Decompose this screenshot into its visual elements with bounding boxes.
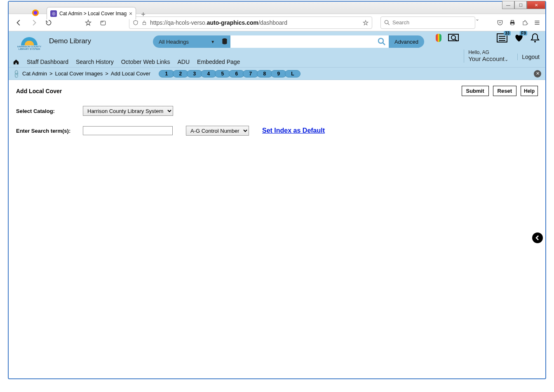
close-panel-icon[interactable]: ✕ <box>534 70 541 77</box>
catalog-search-button[interactable] <box>375 35 389 48</box>
page-pills: 1 2 3 4 5 6 7 8 9 L <box>160 70 300 77</box>
crumb-cat-admin[interactable]: Cat Admin <box>22 70 47 77</box>
account-block[interactable]: Hello, AG Your Account⌄ <box>464 49 508 63</box>
library-logo[interactable]: HARRISON COUNTY LIBRARY SYSTEM <box>13 34 46 54</box>
shield-icon <box>133 20 138 26</box>
tab-favicon: ◎ <box>50 10 57 17</box>
browser-window: ◎ Cat Admin > Local Cover Imag × + ⌄ — ☐… <box>8 1 546 379</box>
lock-icon <box>142 20 147 26</box>
scan-icon[interactable] <box>448 33 459 43</box>
firefox-icon <box>32 9 39 16</box>
enter-terms-label: Enter Search term(s): <box>16 128 78 134</box>
new-tab-button[interactable]: + <box>138 10 148 19</box>
url-text: https://qa-hcols-verso.auto-graphics.com… <box>150 19 359 26</box>
catalog-search-input[interactable] <box>230 35 375 48</box>
database-icon[interactable] <box>219 35 230 48</box>
svg-point-4 <box>385 20 388 23</box>
page-pill[interactable]: 3 <box>187 70 202 77</box>
page-pill[interactable]: 6 <box>229 70 244 77</box>
heart-badge: F9 <box>520 31 527 35</box>
chevron-down-icon: ⌄ <box>505 57 508 62</box>
print-icon[interactable] <box>509 19 516 26</box>
nav-search-history[interactable]: Search History <box>76 59 114 65</box>
svg-point-13 <box>378 38 383 43</box>
address-bar[interactable]: https://qa-hcols-verso.auto-graphics.com… <box>129 16 372 29</box>
svg-rect-3 <box>143 22 146 24</box>
nav-embedded-page[interactable]: Embedded Page <box>197 59 240 65</box>
advanced-label: Advanced <box>394 39 418 45</box>
page-title: Add Local Cover <box>16 88 62 94</box>
list-icon[interactable]: 33 <box>497 33 507 42</box>
window-minimize-button[interactable]: — <box>502 1 514 9</box>
tab-title: Cat Admin > Local Cover Imag <box>59 11 127 16</box>
app-menu-icon[interactable] <box>534 19 540 26</box>
logout-link[interactable]: Logout <box>517 54 540 60</box>
search-icon <box>384 20 390 26</box>
chevron-down-icon: ▼ <box>211 40 215 44</box>
help-button[interactable]: Help <box>521 86 538 96</box>
set-index-default-link[interactable]: Set Index as Default <box>262 127 325 134</box>
page-pill[interactable]: 8 <box>257 70 272 77</box>
logo-text2: LIBRARY SYSTEM <box>19 48 40 50</box>
nav-october-links[interactable]: October Web Links <box>121 59 170 65</box>
crumb-add-local-cover[interactable]: Add Local Cover <box>111 70 150 77</box>
hello-text: Hello, AG <box>468 49 508 55</box>
pocket-icon[interactable] <box>497 19 503 26</box>
page-pill[interactable]: 2 <box>173 70 188 77</box>
browser-search-box[interactable]: Search <box>380 16 475 29</box>
heart-icon[interactable]: F9 <box>514 33 524 42</box>
search-terms-input[interactable] <box>83 126 173 135</box>
extensions-icon[interactable] <box>521 19 528 26</box>
browser-tab[interactable]: ◎ Cat Admin > Local Cover Imag × <box>47 7 136 19</box>
submit-button[interactable]: Submit <box>462 86 489 96</box>
tabs-dropdown-icon[interactable]: ⌄ <box>475 16 479 22</box>
page-pill[interactable]: 9 <box>271 70 286 77</box>
balloon-icon[interactable] <box>436 34 441 42</box>
search-scope-label: All Headings <box>159 39 189 45</box>
tab-close-icon[interactable]: × <box>129 10 132 17</box>
nav-staff-dashboard[interactable]: Staff Dashboard <box>27 59 68 65</box>
svg-rect-7 <box>511 20 514 22</box>
select-catalog-label: Select Catalog: <box>16 108 78 114</box>
page-pill[interactable]: 4 <box>201 70 216 77</box>
page-pill[interactable]: 5 <box>215 70 230 77</box>
bookmark-page-icon[interactable] <box>363 20 369 26</box>
page-pill[interactable]: L <box>285 70 300 77</box>
svg-point-1 <box>34 11 38 15</box>
catalog-select[interactable]: Harrison County Library System <box>83 106 173 116</box>
list-badge: 33 <box>504 31 511 35</box>
account-label: Your Account <box>468 55 505 62</box>
svg-line-5 <box>388 23 390 25</box>
page-pill[interactable]: 1 <box>159 70 174 77</box>
home-icon[interactable] <box>13 59 19 65</box>
index-select[interactable]: A-G Control Number <box>186 126 249 136</box>
chain-icon: 🔗 <box>12 69 21 78</box>
svg-rect-8 <box>511 23 514 25</box>
page-pill[interactable]: 7 <box>243 70 258 77</box>
reset-button[interactable]: Reset <box>493 86 516 96</box>
bell-icon[interactable] <box>531 33 540 43</box>
advanced-search-button[interactable]: Advanced <box>389 35 424 48</box>
back-button[interactable] <box>14 17 24 28</box>
crumb-local-cover-images[interactable]: Local Cover Images <box>55 70 103 77</box>
window-close-button[interactable]: ✕ <box>527 1 545 9</box>
breadcrumb-bar: 🔗 Cat Admin > Local Cover Images > Add L… <box>9 68 545 80</box>
nav-adu[interactable]: ADU <box>178 59 190 65</box>
search-scope-dropdown[interactable]: All Headings ▼ <box>153 35 219 48</box>
main-nav: Staff Dashboard Search History October W… <box>9 56 545 68</box>
window-maximize-button[interactable]: ☐ <box>514 1 527 9</box>
window-titlebar: ◎ Cat Admin > Local Cover Imag × + ⌄ — ☐… <box>9 2 545 14</box>
library-title: Demo Library <box>49 37 91 45</box>
page-content: Add Local Cover Submit Reset Help Select… <box>9 80 545 141</box>
svg-point-22 <box>534 41 536 42</box>
svg-line-14 <box>383 43 385 45</box>
forward-button[interactable] <box>28 17 39 28</box>
side-expand-icon[interactable] <box>532 232 543 243</box>
search-placeholder: Search <box>392 19 409 26</box>
